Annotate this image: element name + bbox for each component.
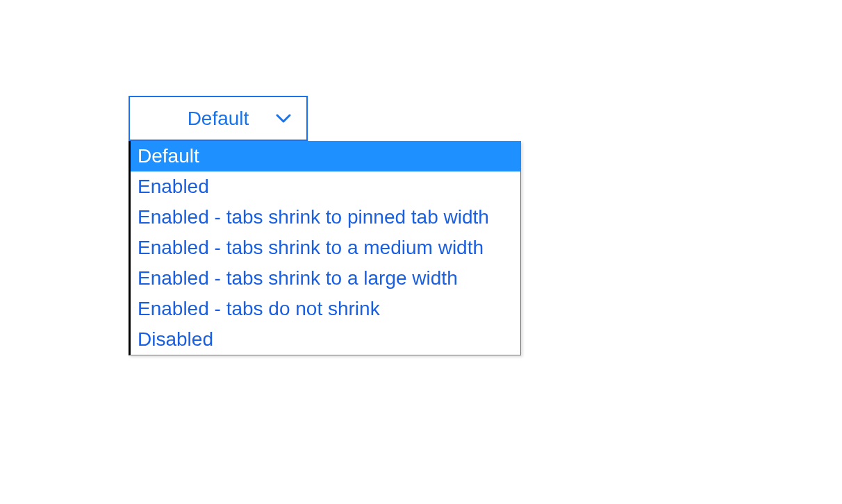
dropdown-option[interactable]: Enabled - tabs shrink to pinned tab widt…: [131, 202, 520, 233]
chevron-down-icon: [276, 114, 291, 124]
dropdown-option[interactable]: Disabled: [131, 324, 520, 355]
dropdown-listbox[interactable]: Default Enabled Enabled - tabs shrink to…: [129, 141, 521, 355]
dropdown-container: Default Default Enabled Enabled - tabs s…: [129, 96, 308, 141]
select-current-value: Default: [188, 108, 249, 130]
dropdown-option[interactable]: Enabled - tabs do not shrink: [131, 294, 520, 324]
dropdown-option[interactable]: Enabled - tabs shrink to a large width: [131, 263, 520, 294]
select-button[interactable]: Default: [129, 96, 308, 141]
dropdown-option[interactable]: Enabled - tabs shrink to a medium width: [131, 233, 520, 263]
dropdown-option[interactable]: Enabled: [131, 171, 520, 202]
dropdown-option[interactable]: Default: [131, 141, 520, 171]
